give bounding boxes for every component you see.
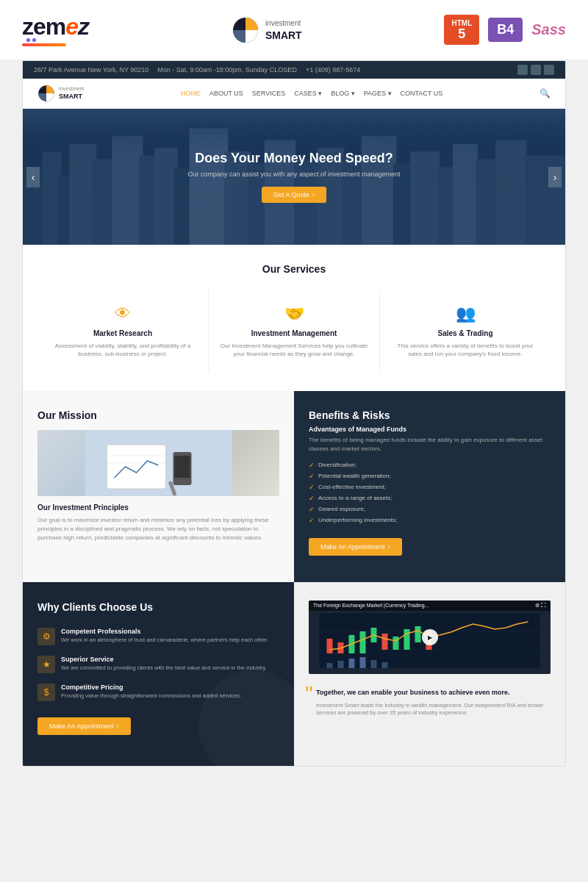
googleplus-icon[interactable] [544,65,554,75]
svg-rect-38 [327,639,333,653]
nav-pages[interactable]: PAGES ▾ [364,90,392,97]
svg-rect-25 [495,140,526,245]
zemes-underline [22,43,66,46]
topbar-info: 26/7 Park Avenue New York, NY 90210 Mon … [34,66,360,74]
services-section: Our Services 👁 Market Research Assessmen… [23,245,565,391]
svg-rect-7 [93,159,115,245]
why-item-2: $ Competitive Pricing Providing value th… [37,684,279,701]
investment-logo-icon [232,16,259,44]
mission-sub-title: Our Investment Principles [37,503,279,512]
svg-rect-24 [476,159,498,245]
investment-logo-text: investment SMART [265,18,302,41]
zemes-e2: e [65,13,78,40]
service-icon-0: 👁 [49,304,197,323]
check-icon-0: ✓ [309,462,315,469]
nav-services[interactable]: SERVICES [252,90,285,97]
why-arrow-icon: › [117,723,119,730]
bootstrap-badge: B4 [488,18,523,42]
mission-img-svg [37,430,279,496]
mission-image [37,430,279,496]
svg-rect-6 [69,144,96,245]
svg-rect-43 [382,634,388,650]
svg-rect-29 [107,445,166,489]
svg-rect-8 [112,136,143,245]
benefits-cta-button[interactable]: Make An Appointment › [309,538,402,556]
search-icon[interactable]: 🔍 [539,88,551,98]
benefit-item-1: ✓ Potential wealth generation; [309,473,551,480]
zemes-dot2 [32,38,36,42]
twitter-icon[interactable] [531,65,541,75]
investment-logo: investment SMART [232,16,302,44]
video-play-button[interactable]: ▶ [422,629,438,645]
why-icon-2: $ [37,684,55,701]
nav-contact[interactable]: CONTACT US [401,90,443,97]
why-cta-button[interactable]: Make An Appointment › [37,717,131,735]
topbar-hours: Mon - Sat, 9:00am -18:00pm, Sunday CLOSE… [157,66,297,74]
service-card-1: 🤝 Investment Management Our Investment M… [209,290,379,373]
svg-rect-52 [371,660,377,668]
service-card-0: 👁 Market Research Assessment of viabilit… [37,290,208,373]
benefit-item-4: ✓ Geared exposure; [309,506,551,513]
zemes-z1: z [22,13,33,40]
hero-content: Does Your Money Need Speed? Our company … [187,151,400,203]
hero-title: Does Your Money Need Speed? [187,151,400,166]
appt-arrow-icon: › [388,543,390,551]
zemes-z2: z [78,13,89,40]
sass-badge: Sass [531,21,566,38]
hero-cta-button[interactable]: Get A Quote › [262,187,326,203]
svg-rect-45 [404,629,410,650]
bottom-section: Why Clients Choose Us ⚙ Competent Profes… [23,582,565,766]
zemes-dot1 [26,38,30,42]
check-icon-5: ✓ [309,517,315,524]
quote-desc: Investment Smart leads the industry in w… [316,702,551,717]
nav-logo: Investment SMART [37,85,84,102]
video-thumbnail[interactable]: The Foreign Exchange Market |Currency Tr… [309,600,551,674]
why-item-0: ⚙ Competent Professionals We work in an … [37,628,279,645]
zemes-e1: e [33,13,46,40]
tech-badges: HTML 5 B4 Sass [444,15,566,45]
why-item-text-0: Competent Professionals We work in an at… [61,628,268,645]
check-icon-4: ✓ [309,506,315,513]
benefits-panel: Benefits & Risks Advantages of Managed F… [294,391,565,582]
hero-prev-button[interactable]: ‹ [26,167,40,187]
site-nav: Investment SMART HOME ABOUT US SERVICES … [23,79,565,109]
html5-badge: HTML 5 [444,15,479,45]
benefits-heading: Benefits & Risks [309,409,551,421]
svg-rect-46 [415,626,421,642]
why-item-1: ★ Superior Service We are committed to p… [37,656,279,673]
why-panel: Why Clients Choose Us ⚙ Competent Profes… [23,582,294,766]
svg-rect-44 [393,637,399,650]
benefits-intro: The benefits of being managed funds incl… [309,436,551,452]
service-desc-1: Our Investment Management Services help … [220,342,368,358]
topbar-address: 26/7 Park Avenue New York, NY 90210 [34,66,148,74]
nav-blog[interactable]: BLOG ▾ [331,90,355,97]
mission-panel: Our Mission [23,391,294,582]
mission-desc: Our goal is to maximize investor return … [37,516,279,542]
svg-rect-53 [382,662,388,668]
nav-home[interactable]: HOME [181,90,201,97]
quote-block: " Together, we can enable your business … [309,684,551,717]
why-item-text-1: Superior Service We are committed to pro… [61,656,267,673]
benefits-list: ✓ Diversification; ✓ Potential wealth ge… [309,462,551,524]
service-title-0: Market Research [49,329,197,337]
nav-cases[interactable]: CASES ▾ [294,90,322,97]
quote-text: Together, we can enable your business to… [316,688,551,698]
benefit-item-2: ✓ Cost-effective investment; [309,484,551,491]
service-title-1: Investment Management [220,329,368,337]
hero-subtitle: Our company can assist you with any aspe… [187,171,400,178]
svg-rect-41 [360,631,366,653]
svg-rect-48 [327,663,333,668]
mid-section: Our Mission [23,391,565,582]
facebook-icon[interactable] [517,65,528,75]
check-icon-3: ✓ [309,495,315,502]
nav-about[interactable]: ABOUT US [209,90,243,97]
quote-mark: " [305,688,313,699]
nav-logo-icon [37,85,55,102]
benefit-item-3: ✓ Access to a range of assets; [309,495,551,502]
hero-next-button[interactable]: › [548,167,562,187]
svg-rect-23 [453,144,478,245]
why-icon-1: ★ [37,656,55,673]
services-heading: Our Services [37,263,551,275]
service-desc-2: This service offers a variety of benefit… [391,342,539,358]
zemes-m: m [46,13,65,40]
